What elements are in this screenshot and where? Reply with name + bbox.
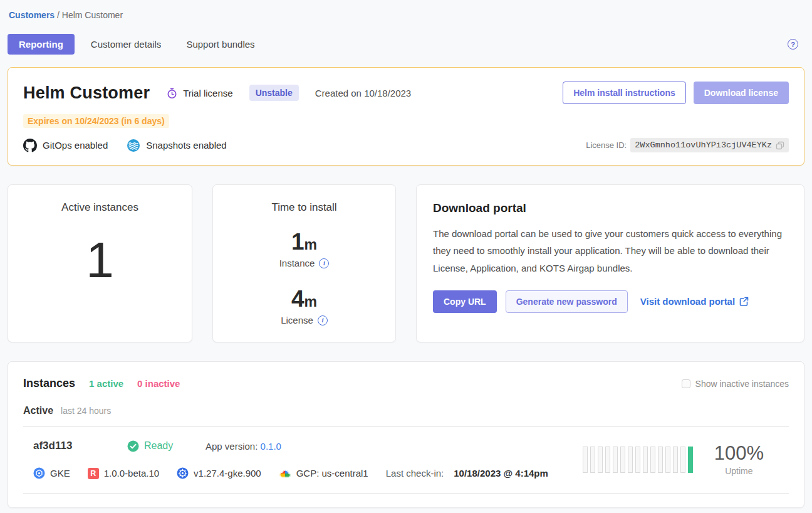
license-expiry-badge: Expires on 10/24/2023 (in 6 days) — [23, 114, 169, 128]
active-section-label: Active — [23, 405, 53, 416]
snapshots-feature: Snapshots enabled — [127, 139, 226, 152]
generate-new-password-button[interactable]: Generate new password — [506, 290, 628, 313]
ready-check-icon — [127, 440, 139, 452]
gke-icon — [33, 467, 45, 479]
instance-status: Ready — [127, 440, 206, 452]
time-to-install-card: Time to install 1m Instance i 4m License… — [212, 184, 396, 342]
uptime-bar — [613, 447, 618, 473]
snapshots-label: Snapshots enabled — [146, 140, 226, 151]
tab-bar: Reporting Customer details Support bundl… — [8, 34, 804, 55]
license-install-time: 4m — [219, 287, 389, 310]
inactive-count: 0 inactive — [137, 378, 180, 389]
download-license-button[interactable]: Download license — [694, 82, 789, 104]
license-type-label: Trial license — [183, 88, 232, 98]
app-version-link[interactable]: 0.1.0 — [261, 441, 281, 452]
tab-support-bundles[interactable]: Support bundles — [177, 34, 263, 55]
uptime-percent: 100% — [714, 443, 764, 464]
last-checkin: Last check-in: 10/18/2023 @ 4:14pm — [386, 468, 548, 479]
active-instances-title: Active instances — [14, 201, 185, 214]
visit-download-portal-label: Visit download portal — [640, 296, 735, 307]
external-link-icon — [739, 297, 749, 306]
uptime-bar — [650, 447, 655, 473]
active-instances-value: 1 — [14, 235, 185, 285]
show-inactive-label: Show inactive instances — [695, 379, 789, 389]
instance-time-unit: m — [304, 236, 317, 253]
k8s-version-label: v1.27.4-gke.900 — [194, 468, 261, 479]
uptime-bar — [658, 447, 663, 473]
page: Customers / Helm Customer Reporting Cust… — [0, 0, 812, 513]
uptime-bar — [583, 447, 588, 473]
breadcrumb-separator: / — [55, 10, 62, 20]
visit-download-portal-link[interactable]: Visit download portal — [640, 296, 749, 307]
customer-title: Helm Customer — [23, 83, 150, 103]
license-time-value: 4 — [291, 286, 304, 312]
breadcrumb: Customers / Helm Customer — [8, 8, 804, 23]
copy-url-button[interactable]: Copy URL — [433, 290, 497, 313]
show-inactive-checkbox[interactable] — [682, 379, 690, 388]
time-to-install-title: Time to install — [219, 201, 389, 214]
tab-reporting[interactable]: Reporting — [8, 34, 75, 55]
uptime-bar — [605, 447, 610, 473]
license-id-value[interactable]: 2WxGmnho11ovUhYPi3cjUV4EYKz — [630, 138, 789, 152]
uptime-bars — [583, 447, 693, 473]
instance-id: af3d113 — [33, 440, 127, 452]
download-portal-description: The download portal can be used to give … — [433, 225, 788, 277]
helm-install-instructions-button[interactable]: Helm install instructions — [563, 82, 686, 104]
k8s-version-chip: v1.27.4-gke.900 — [177, 467, 261, 479]
instances-title: Instances — [23, 377, 75, 390]
trial-timer-icon — [166, 87, 178, 99]
gcp-icon — [279, 468, 291, 479]
app-version-label: App version: — [206, 441, 258, 452]
created-date: Created on 10/18/2023 — [315, 88, 411, 98]
channel-badge: Unstable — [249, 85, 299, 101]
info-icon[interactable]: i — [318, 315, 328, 325]
customer-summary-card: Helm Customer Trial license Unstable Cre… — [8, 67, 804, 166]
uptime-bar — [673, 447, 678, 473]
instance-row[interactable]: af3d113 Ready App version: 0.1.0 — [23, 426, 789, 494]
uptime-bar — [628, 447, 633, 473]
active-section-range: last 24 hours — [61, 406, 111, 416]
gitops-feature: GitOps enabled — [23, 139, 108, 152]
uptime-label: Uptime — [714, 466, 764, 476]
download-portal-title: Download portal — [433, 201, 788, 215]
uptime-bar — [620, 447, 625, 473]
instance-time-label: Instance — [279, 258, 315, 268]
replicated-icon: R — [88, 468, 99, 479]
license-type: Trial license — [166, 87, 232, 99]
distribution-label: GKE — [50, 468, 70, 479]
gitops-label: GitOps enabled — [43, 140, 108, 151]
copy-icon[interactable] — [776, 141, 784, 150]
active-instances-card: Active instances 1 — [8, 184, 192, 342]
help-icon[interactable]: ? — [788, 39, 798, 50]
uptime-bar — [688, 447, 693, 473]
cloud-region-chip: GCP: us-central1 — [279, 468, 368, 479]
uptime-bar — [680, 447, 685, 473]
license-id-text: 2WxGmnho11ovUhYPi3cjUV4EYKz — [635, 140, 772, 150]
download-portal-card: Download portal The download portal can … — [416, 184, 804, 342]
active-count: 1 active — [89, 378, 123, 389]
license-time-unit: m — [304, 294, 317, 310]
uptime-bar — [598, 447, 603, 473]
distribution-chip: GKE — [33, 467, 70, 479]
instances-card: Instances 1 active 0 inactive Show inact… — [8, 361, 804, 508]
show-inactive-toggle[interactable]: Show inactive instances — [682, 379, 789, 389]
uptime-bar — [590, 447, 595, 473]
replicated-version-label: 1.0.0-beta.10 — [104, 468, 159, 479]
instance-install-time: 1m — [219, 230, 389, 253]
breadcrumb-current: Helm Customer — [62, 10, 123, 20]
replicated-version-chip: R 1.0.0-beta.10 — [88, 468, 159, 479]
tab-customer-details[interactable]: Customer details — [82, 34, 170, 55]
github-icon — [23, 139, 37, 152]
last-checkin-value: 10/18/2023 @ 4:14pm — [454, 468, 548, 479]
snapshots-icon — [127, 139, 140, 152]
last-checkin-label: Last check-in: — [386, 468, 444, 479]
breadcrumb-customers-link[interactable]: Customers — [9, 10, 55, 20]
uptime-bar — [635, 447, 640, 473]
license-time-label: License — [281, 315, 313, 325]
instance-status-label: Ready — [144, 440, 173, 452]
license-id-label: License ID: — [586, 140, 627, 150]
instance-time-value: 1 — [291, 229, 304, 255]
uptime-bar — [665, 447, 670, 473]
uptime-bar — [643, 447, 648, 473]
info-icon[interactable]: i — [319, 258, 329, 268]
